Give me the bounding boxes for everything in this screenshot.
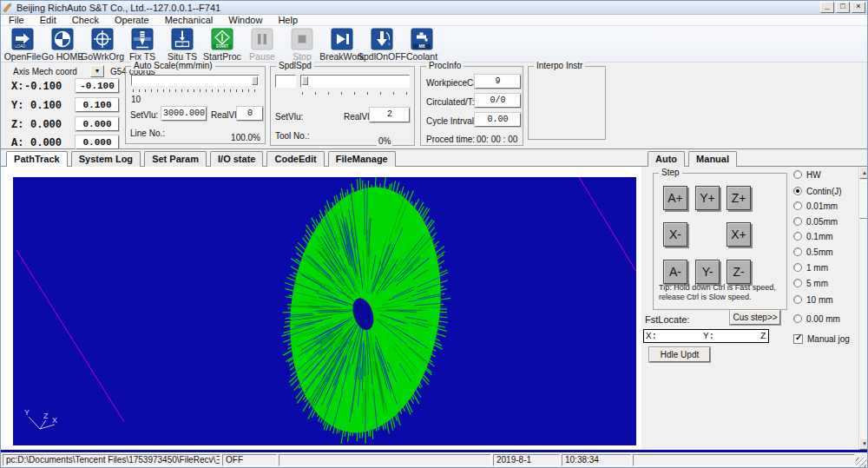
spindle-gear-box[interactable] [275,75,296,88]
axis-x-work-value[interactable]: -0.100 [76,79,119,93]
manual-jog-label: Manual jog [807,334,850,344]
fixed-tool-sensor-icon [130,27,155,51]
axis-y-work-value[interactable]: 0.100 [76,98,119,112]
procinfo-title: ProcInfo [426,61,464,70]
scroll-down-button[interactable]: ▼ [859,438,868,450]
auto-scale-slider[interactable] [131,75,260,86]
go-work-origin-button[interactable]: GoWrkOrg [82,26,122,63]
radio-icon [793,217,802,226]
axis-x-mech-value: -0.100 [24,81,62,93]
jog-x-plus-button[interactable]: X+ [727,222,751,247]
openfile-button[interactable]: LOAD OpenFile [3,26,43,63]
tab-codeedit[interactable]: CodeEdit [266,151,324,167]
step-title: Step [659,168,682,177]
axis-z-work-value[interactable]: 0.000 [76,117,119,131]
status-bar: pc:D:\Documents\Tencent Files\1753973450… [1,452,867,468]
tab-filemanage[interactable]: FileManage [328,151,396,167]
go-home-icon [50,27,75,51]
situ-ts-button[interactable]: 2 Situ TS [162,26,202,63]
axis-a-work-value[interactable]: 0.000 [76,135,119,149]
spindle-speed-group: SpdlSpd SetVlu: RealVlu: 2 Tool No.: 0% [270,66,415,146]
step-option-0-05mm[interactable]: 0.05mm [793,216,838,227]
coolant-button[interactable]: M8 Coolant [402,26,442,63]
maximize-button[interactable]: □ [836,2,850,13]
status-blank-segment-2 [633,454,855,466]
startproc-button[interactable]: START StartProc [202,26,242,63]
jog-y-plus-button[interactable]: Y+ [695,186,720,210]
fix-ts-button[interactable]: Fix TS [122,26,162,63]
axis-z-mech-value: 0.000 [30,119,62,131]
tab-auto[interactable]: Auto [648,151,685,167]
menu-operate[interactable]: Operate [107,15,157,25]
title-bar: Beijing RichAuto S&T Co., Ltd.--127.0.0.… [1,1,867,15]
axis-a-label: A: [11,137,23,149]
step-option-0-1mm[interactable]: 0.1mm [793,231,833,241]
step-option-0-01mm[interactable]: 0.01mm [793,201,838,211]
spindle-slider[interactable] [300,75,410,88]
spdlspd-title: SpdlSpd [276,61,314,70]
tab-systemlog[interactable]: System Log [71,151,141,167]
manual-jog-toggle[interactable]: ✓ Manual jog [793,333,850,344]
setvlu-value[interactable]: 3000.000 [161,107,207,121]
locate-readout-field[interactable]: X: Y: Z: [643,329,769,343]
spdlonoff-button[interactable]: L SpdlOnOFF [362,26,402,63]
spdl-setvlu-label: SetVlu: [275,112,303,122]
jog-a-plus-button[interactable]: A+ [663,186,687,210]
step-option-5mm[interactable]: 5 mm [793,278,828,288]
scrollbar-thumb[interactable] [859,181,868,219]
menu-check[interactable]: Check [64,15,107,25]
hdle-updt-button[interactable]: Hdle Updt [649,347,710,362]
radio-icon [793,263,802,272]
minimize-button[interactable]: _ [820,2,834,13]
resize-grip[interactable] [856,458,866,468]
manual-jog-checkbox[interactable]: ✓ [793,334,803,344]
auto-scale-min-label: 10 [131,95,141,104]
menu-window[interactable]: Window [220,15,270,25]
step-option-contin[interactable]: Contin(J) [793,186,842,196]
breakwork-button[interactable]: BreakWork [322,26,362,63]
step-option-hw[interactable]: HW [793,169,821,180]
step-group: Step A+ Y+ Z+ X- X+ A- Y- Z- Tip: Hold d… [653,173,787,310]
right-panel-scrollbar[interactable]: ▲ ▼ [858,167,868,450]
stop-button[interactable]: Stop [282,26,322,63]
jog-z-plus-button[interactable]: Z+ [727,186,751,210]
tab-setparam[interactable]: Set Param [144,151,207,167]
step-option-1mm[interactable]: 1 mm [793,262,828,273]
step-option-10mm[interactable]: 10 mm [793,294,833,305]
jog-x-minus-button[interactable]: X- [663,222,687,247]
radio-icon [793,295,802,304]
svg-text:Y: Y [24,408,30,417]
jog-z-minus-button[interactable]: Z- [727,260,751,284]
toolpath-canvas[interactable]: YZX [13,177,636,445]
realvlu-value: 0 [237,107,263,121]
tab-iostate[interactable]: I/O state [210,151,263,167]
close-button[interactable]: × [852,2,865,13]
menu-file[interactable]: File [1,15,32,25]
cycle-interval-label: Cycle Intrval: [426,116,477,126]
coord-system-dropdown[interactable]: ▼ [90,65,104,77]
jog-tip-text: Tip: Hold down Ctrl is Fast speed, relea… [659,283,783,302]
tab-pathtrack[interactable]: PathTrack [6,151,68,167]
spindle-onoff-icon: L [370,27,394,51]
step-option-0-00mm[interactable]: 0.00 mm [793,313,840,324]
menu-edit[interactable]: Edit [32,15,64,25]
svg-text:M8: M8 [419,43,425,49]
cus-step-button[interactable]: Cus step>> [730,310,780,325]
jog-a-minus-button[interactable]: A- [663,260,687,284]
spindle-slider-thumb[interactable] [302,76,308,85]
radio-icon [793,279,802,287]
menu-help[interactable]: Help [270,15,306,25]
auto-scale-slider-thumb[interactable] [252,76,258,85]
step-option-0-5mm[interactable]: 0.5mm [793,247,833,257]
jog-y-minus-button[interactable]: Y- [695,260,720,284]
svg-text:Z: Z [43,412,49,420]
pause-button[interactable]: Pause [242,26,282,63]
menu-mechanical[interactable]: Mechanical [157,15,221,25]
line-no-label: Line No.: [130,129,165,138]
go-home-button[interactable]: Go HOME [43,26,82,63]
scroll-up-icon: ▲ [862,170,867,175]
tab-manual[interactable]: Manual [688,151,737,167]
check-icon: ✓ [795,333,802,342]
scroll-up-button[interactable]: ▲ [859,167,868,179]
axis-a-mech-value: 0.000 [30,137,62,149]
